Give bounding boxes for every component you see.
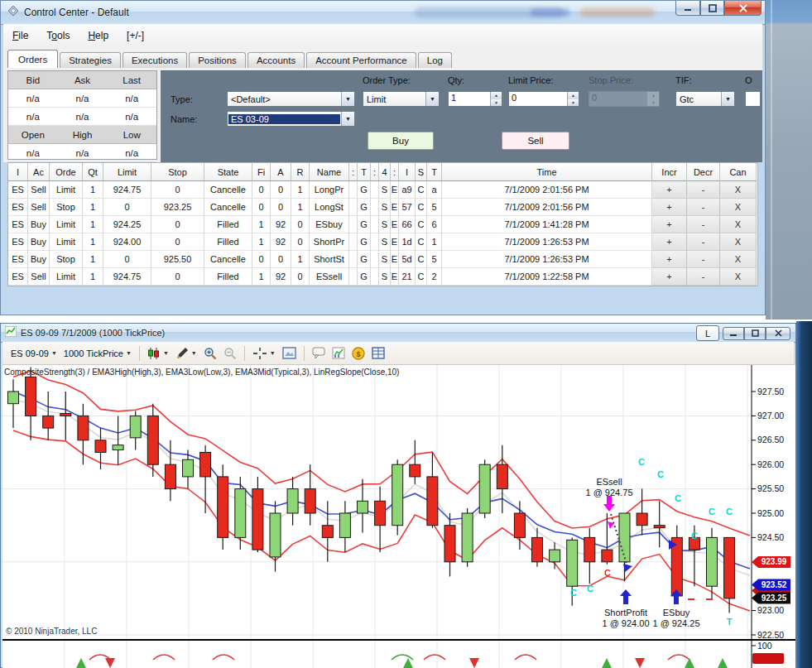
order-type-select[interactable]: Limit ▼: [363, 91, 440, 107]
price-axis[interactable]: 927.50927.00926.50926.00925.50925.00924.…: [752, 365, 784, 668]
candle-body: [95, 440, 106, 453]
column-header[interactable]: Qt: [83, 163, 103, 181]
buy-button[interactable]: Buy: [368, 132, 434, 150]
cc-close-button[interactable]: [724, 1, 762, 16]
snapshot-button[interactable]: [280, 345, 299, 361]
column-header[interactable]: R: [291, 163, 310, 181]
menu-item-[interactable]: [+/-]: [118, 26, 153, 45]
column-header[interactable]: T: [358, 163, 371, 181]
menu-item-help[interactable]: Help: [79, 26, 118, 45]
column-header[interactable]: S: [416, 163, 427, 181]
chart-minimize-button[interactable]: [723, 327, 744, 340]
menu-item-file[interactable]: File: [3, 26, 37, 45]
cancel-button[interactable]: X: [720, 199, 757, 216]
link-button[interactable]: L: [696, 325, 719, 341]
cancel-button[interactable]: X: [720, 251, 757, 268]
cancel-button[interactable]: X: [720, 268, 757, 286]
stepper-arrows[interactable]: ▲▼: [490, 92, 502, 106]
column-header[interactable]: :: [391, 163, 399, 181]
chevron-down-icon[interactable]: ▼: [341, 112, 354, 126]
column-header[interactable]: Decr: [687, 163, 720, 181]
cancel-button[interactable]: X: [720, 216, 757, 233]
increase-button[interactable]: +: [652, 181, 687, 199]
column-header[interactable]: I: [399, 163, 416, 181]
comment-button[interactable]: [310, 345, 328, 361]
column-header[interactable]: Orde: [50, 163, 83, 181]
column-header[interactable]: T: [427, 163, 442, 181]
decrease-button[interactable]: -: [687, 181, 720, 199]
column-header[interactable]: Incr: [652, 163, 687, 181]
coin-button[interactable]: $: [349, 345, 368, 362]
tab-positions[interactable]: Positions: [189, 52, 246, 68]
tab-accounts[interactable]: Accounts: [247, 52, 305, 68]
increase-button[interactable]: +: [652, 216, 687, 233]
column-header[interactable]: Limit: [103, 163, 151, 181]
crosshair-button[interactable]: ▼: [250, 345, 278, 362]
drawing-tools-button[interactable]: ▼: [173, 345, 199, 362]
table-row[interactable]: ESBuyStop10925.50Cancelle001ShortStGSE5d…: [8, 251, 757, 268]
price-chart[interactable]: 927.50927.00926.50926.00925.50925.00924.…: [2, 365, 795, 668]
cc-titlebar[interactable]: Control Center - Default: [1, 1, 765, 25]
chart-style-button[interactable]: ▼: [145, 345, 171, 362]
background-blur: [531, 8, 570, 17]
column-header[interactable]: State: [204, 163, 252, 181]
increase-button[interactable]: +: [652, 268, 687, 286]
table-row[interactable]: ESBuyLimit1924.000Filled1920ShortPrGSE1d…: [8, 233, 757, 251]
interval-selector[interactable]: 1000 TickPrice▼: [60, 347, 135, 360]
decrease-button[interactable]: -: [687, 268, 720, 286]
atm-strategy-select[interactable]: <Default> ▼: [227, 91, 355, 107]
tif-select[interactable]: Gtc ▼: [675, 91, 735, 107]
decrease-button[interactable]: -: [687, 251, 720, 268]
chevron-down-icon[interactable]: ▼: [721, 92, 734, 106]
column-header[interactable]: Stop: [151, 163, 204, 181]
menu-item-tools[interactable]: Tools: [37, 26, 79, 45]
chart-maximize-button[interactable]: [744, 327, 766, 340]
table-cell: 0: [291, 268, 310, 286]
decrease-button[interactable]: -: [687, 199, 720, 216]
quantity-stepper[interactable]: 1 ▲▼: [448, 91, 502, 107]
oco-field[interactable]: [745, 91, 761, 107]
chart-titlebar[interactable]: ES 09-09 7/1/2009 (1000 TickPrice) L: [1, 324, 795, 343]
table-row[interactable]: ESSellStop10923.25Cancelle001LongStGSE57…: [8, 199, 757, 216]
column-header[interactable]: Can: [720, 163, 757, 181]
zoom-out-button[interactable]: [221, 345, 239, 362]
column-header[interactable]: Ac: [28, 163, 50, 181]
column-header[interactable]: Fi: [252, 163, 271, 181]
decrease-button[interactable]: -: [687, 216, 720, 233]
column-header[interactable]: Time: [442, 163, 652, 181]
data-grid-button[interactable]: [369, 345, 387, 361]
chart-close-button[interactable]: [766, 327, 790, 340]
table-row[interactable]: ESSellLimit1924.750Filled1920ESsellGSE21…: [8, 268, 757, 286]
instrument-selector[interactable]: ES 09-09▼: [7, 347, 60, 360]
chevron-down-icon[interactable]: ▼: [425, 92, 439, 106]
tab-executions[interactable]: Executions: [123, 52, 187, 68]
tab-orders[interactable]: Orders: [7, 50, 58, 68]
increase-button[interactable]: +: [652, 233, 687, 251]
mini-chart-button[interactable]: [329, 345, 348, 361]
limit-price-stepper[interactable]: 0 ▲▼: [508, 91, 579, 107]
chevron-down-icon[interactable]: ▼: [341, 92, 354, 106]
increase-button[interactable]: +: [652, 251, 687, 268]
increase-button[interactable]: +: [652, 199, 687, 216]
decrease-button[interactable]: -: [687, 233, 720, 251]
tab-strategies[interactable]: Strategies: [60, 52, 121, 68]
cancel-button[interactable]: X: [720, 233, 757, 251]
stepper-arrows[interactable]: ▲▼: [567, 92, 579, 106]
cc-minimize-button[interactable]: [675, 1, 700, 16]
zoom-in-button[interactable]: [201, 345, 219, 362]
instrument-name-select[interactable]: ES 03-09 ▼: [227, 111, 355, 127]
column-header[interactable]: A: [271, 163, 291, 181]
tab-log[interactable]: Log: [418, 52, 452, 68]
chart-plot-area[interactable]: 927.50927.00926.50926.00925.50925.00924.…: [2, 365, 795, 668]
column-header[interactable]: Name: [310, 163, 349, 181]
table-row[interactable]: ESBuyLimit1924.250Filled1920ESbuyGSE66C6…: [8, 216, 757, 233]
table-row[interactable]: ESSellLimit1924.750Cancelle001LongPrGSEa…: [8, 181, 757, 199]
column-header[interactable]: I: [8, 163, 28, 181]
column-header[interactable]: :: [371, 163, 379, 181]
tab-account-performance[interactable]: Account Performance: [306, 52, 416, 68]
column-header[interactable]: 4: [379, 163, 391, 181]
sell-button[interactable]: Sell: [502, 132, 569, 150]
cc-maximize-button[interactable]: [700, 1, 724, 16]
cancel-button[interactable]: X: [720, 181, 757, 199]
column-header[interactable]: :: [349, 163, 358, 181]
